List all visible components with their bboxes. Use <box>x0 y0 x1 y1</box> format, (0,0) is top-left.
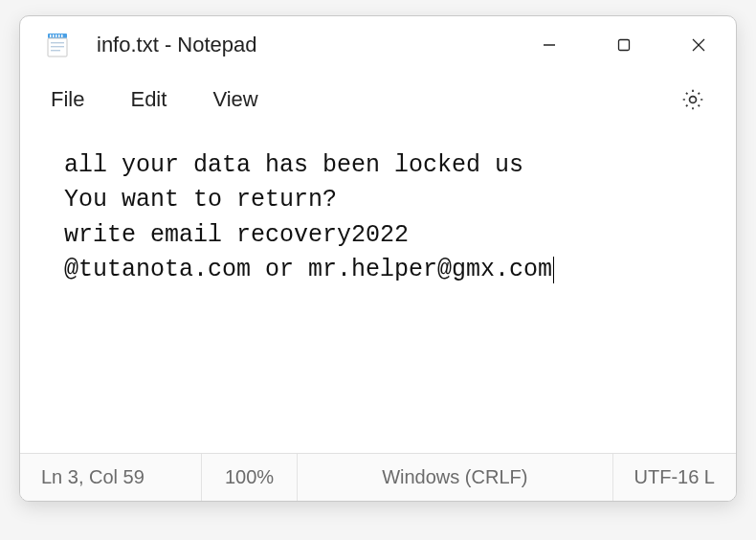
svg-rect-6 <box>48 38 67 56</box>
svg-rect-2 <box>53 34 55 37</box>
statusbar: Ln 3, Col 59 100% Windows (CRLF) UTF-16 … <box>20 453 736 501</box>
svg-rect-1 <box>50 34 52 37</box>
svg-rect-5 <box>61 34 63 37</box>
svg-rect-11 <box>619 40 630 51</box>
menubar: File Edit View <box>20 74 736 129</box>
svg-rect-8 <box>51 46 64 47</box>
svg-rect-4 <box>58 34 60 37</box>
menu-view[interactable]: View <box>212 87 257 112</box>
maximize-button[interactable] <box>587 16 661 74</box>
status-cursor-position: Ln 3, Col 59 <box>20 454 202 501</box>
status-encoding: UTF-16 L <box>613 454 736 501</box>
svg-point-14 <box>690 97 697 103</box>
text-editor-area[interactable]: all your data has been locked us You wan… <box>20 129 736 453</box>
status-zoom[interactable]: 100% <box>202 454 298 501</box>
settings-button[interactable] <box>680 87 705 112</box>
text-caret <box>553 257 554 283</box>
window-controls <box>512 16 736 74</box>
svg-rect-3 <box>56 34 57 37</box>
editor-text: all your data has been locked us You wan… <box>64 151 552 283</box>
status-line-ending: Windows (CRLF) <box>298 454 613 501</box>
menu-edit[interactable]: Edit <box>130 87 167 112</box>
menu-file[interactable]: File <box>51 87 84 112</box>
window-title: info.txt - Notepad <box>97 33 512 57</box>
notepad-window: info.txt - Notepad File Edit View all yo… <box>19 15 737 502</box>
titlebar: info.txt - Notepad <box>20 16 736 74</box>
notepad-icon <box>45 33 70 57</box>
minimize-button[interactable] <box>512 16 587 74</box>
close-button[interactable] <box>661 16 736 74</box>
gear-icon <box>680 87 705 112</box>
svg-rect-9 <box>51 50 60 51</box>
svg-rect-7 <box>51 42 64 43</box>
